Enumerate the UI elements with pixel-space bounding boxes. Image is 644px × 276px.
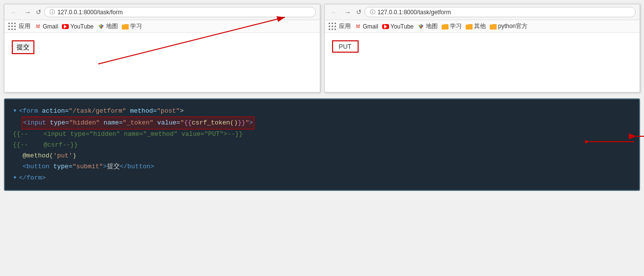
bm-study-2[interactable]: 学习 xyxy=(442,22,462,31)
code-highlighted-line: <input type="hidden" name="_token" value… xyxy=(22,117,254,129)
code-method-val: 'put' xyxy=(53,151,72,161)
code-line-5: @method('put') xyxy=(13,151,631,161)
bm-other-label-2: 其他 xyxy=(474,22,486,31)
bm-maps-label-2: 地图 xyxy=(426,22,438,31)
bm-apps-2[interactable]: 应用 xyxy=(329,22,351,31)
youtube-icon-2 xyxy=(382,23,389,30)
code-method-close: ) xyxy=(72,151,76,161)
bm-maps-label-1: 地图 xyxy=(106,22,118,31)
code-comment-2: {{-- @csrf--}} xyxy=(13,140,78,151)
maps-icon-1 xyxy=(98,23,105,30)
study-folder-icon-1 xyxy=(122,23,129,30)
code-line-1: ▾ <form action="/task/getform" method="p… xyxy=(13,105,631,117)
bm-gmail-2[interactable]: M Gmail xyxy=(355,23,378,30)
code-attr-action: action= xyxy=(42,106,69,117)
bookmarks-bar-1: 应用 M Gmail YouTube xyxy=(4,20,320,33)
put-display: PUT xyxy=(332,40,359,53)
code-line-6: <button type="submit">提交</button> xyxy=(13,161,631,172)
code-line-2: <input type="hidden" name="_token" value… xyxy=(13,117,631,129)
bm-apps-1[interactable]: 应用 xyxy=(8,22,30,31)
gmail-icon-1: M xyxy=(34,23,41,30)
url-bar-2[interactable]: ⓘ 127.0.0.1:8000/task/getform xyxy=(364,7,636,17)
bm-youtube-2[interactable]: YouTube xyxy=(382,23,414,30)
code-btn-text: 提交 xyxy=(107,161,120,172)
back-btn-2[interactable]: ← xyxy=(329,7,339,17)
code-line-3: {{-- <input type="hidden" name="_method"… xyxy=(13,129,631,140)
python-folder-icon-2 xyxy=(490,23,497,30)
apps-grid-icon-2 xyxy=(329,23,336,31)
code-val-action: "/task/getform" xyxy=(69,106,126,117)
url-text-1: 127.0.0.1:8000/task/form xyxy=(57,9,123,16)
bm-apps-label-1: 应用 xyxy=(19,22,30,31)
submit-button-1[interactable]: 提交 xyxy=(12,40,34,54)
bm-other-2[interactable]: 其他 xyxy=(466,22,486,31)
bm-study-label-2: 学习 xyxy=(450,22,462,31)
code-btn-end: </button> xyxy=(120,161,154,172)
reload-btn-1[interactable]: ↺ xyxy=(36,8,41,16)
lock-icon-1: ⓘ xyxy=(50,8,55,16)
line-indicator-7: ▾ xyxy=(13,172,17,184)
bm-python-2[interactable]: python官方 xyxy=(490,22,528,31)
code-section: ▾ <form action="/task/getform" method="p… xyxy=(4,98,640,191)
code-line-4: {{-- @csrf--}} xyxy=(13,140,631,151)
code-form-end: </form> xyxy=(19,173,46,184)
code-attr-method: method= xyxy=(126,106,157,117)
code-comment-1: {{-- <input type="hidden" name="_method"… xyxy=(13,129,243,140)
bm-youtube-label-2: YouTube xyxy=(391,23,414,30)
code-btn-attr: type= xyxy=(53,161,72,172)
browser-window-2: ← → ↺ ⓘ 127.0.0.1:8000/task/getform 应用 xyxy=(324,4,641,92)
gmail-icon-2: M xyxy=(355,23,362,30)
maps-icon-2 xyxy=(418,23,424,30)
bm-maps-2[interactable]: 地图 xyxy=(418,22,438,31)
youtube-icon-1 xyxy=(62,23,69,30)
address-bar-1: ← → ↺ ⓘ 127.0.0.1:8000/task/form xyxy=(4,4,320,20)
bm-study-label-1: 学习 xyxy=(130,22,142,31)
forward-btn-1[interactable]: → xyxy=(22,7,33,17)
code-arrow-right xyxy=(634,126,644,146)
bm-gmail-1[interactable]: M Gmail xyxy=(34,23,58,30)
page-content-2: PUT xyxy=(325,33,640,92)
browser-window-1: ← → ↺ ⓘ 127.0.0.1:8000/task/form 应用 xyxy=(4,4,320,92)
forward-btn-2[interactable]: → xyxy=(342,7,353,17)
bm-study-1[interactable]: 学习 xyxy=(122,22,142,31)
lock-icon-2: ⓘ xyxy=(370,8,375,16)
bm-youtube-1[interactable]: YouTube xyxy=(62,23,93,30)
code-method-decorator: @method( xyxy=(23,151,53,161)
code-btn-close: > xyxy=(103,161,107,172)
code-tag-form-open: <form xyxy=(19,106,42,117)
code-btn-open: <button xyxy=(23,161,53,172)
reload-btn-2[interactable]: ↺ xyxy=(356,8,362,16)
page-content-1: 提交 xyxy=(4,33,320,92)
code-form-close: > xyxy=(180,106,184,117)
bookmarks-bar-2: 应用 M Gmail YouTube xyxy=(325,20,640,33)
back-btn-1[interactable]: ← xyxy=(8,7,19,17)
url-text-2: 127.0.0.1:8000/task/getform xyxy=(378,9,451,16)
code-line-7: ▾ </form> xyxy=(13,172,631,184)
apps-grid-icon-1 xyxy=(8,23,16,31)
browser-windows: ← → ↺ ⓘ 127.0.0.1:8000/task/form 应用 xyxy=(0,0,644,92)
bm-gmail-label-1: Gmail xyxy=(43,23,58,30)
code-btn-val: "submit" xyxy=(72,161,103,172)
study-folder-icon-2 xyxy=(442,23,448,30)
bm-youtube-label-1: YouTube xyxy=(70,23,93,30)
code-val-method: "post" xyxy=(157,106,180,117)
bm-python-label-2: python官方 xyxy=(498,22,528,31)
bm-gmail-label-2: Gmail xyxy=(363,23,378,30)
other-folder-icon-2 xyxy=(466,23,473,30)
bm-maps-1[interactable]: 地图 xyxy=(98,22,118,31)
url-bar-1[interactable]: ⓘ 127.0.0.1:8000/task/form xyxy=(44,7,316,17)
address-bar-2: ← → ↺ ⓘ 127.0.0.1:8000/task/getform xyxy=(325,4,640,20)
bm-apps-label-2: 应用 xyxy=(339,22,351,31)
line-indicator-1: ▾ xyxy=(13,105,17,117)
